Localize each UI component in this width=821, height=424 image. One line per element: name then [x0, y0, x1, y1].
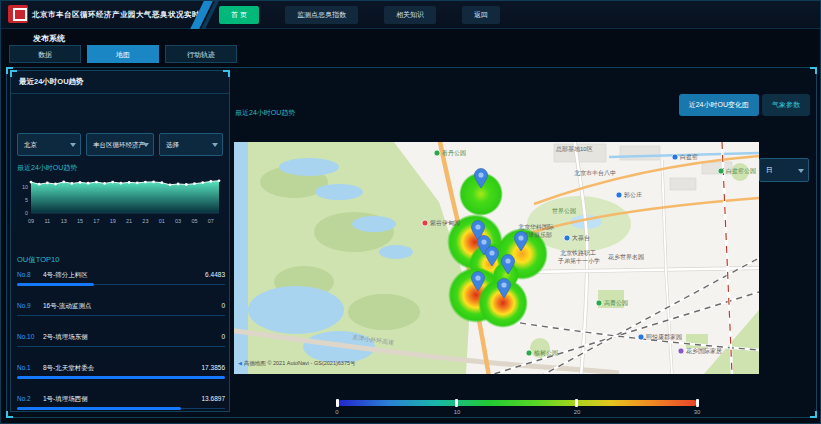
area-fill	[31, 181, 219, 213]
x-tick-label: 17	[93, 218, 99, 224]
rank-label: No.10	[17, 333, 34, 340]
filter-bar: 北京 丰台区循环经济产 选择	[17, 133, 223, 156]
x-tick-label: 05	[191, 218, 197, 224]
side-panel-title: 最近24小时OU趋势	[19, 77, 84, 87]
map-place-label: 看丹公园	[441, 149, 466, 157]
divider	[11, 93, 229, 94]
data-point	[201, 181, 204, 184]
map-place-label: 世界公园	[552, 208, 576, 215]
chevron-down-icon	[798, 169, 804, 173]
city-select-value: 北京	[24, 141, 37, 148]
trend-chart-label: 最近24小时OU趋势	[17, 163, 77, 173]
data-point	[54, 183, 57, 186]
x-tick-label: 19	[110, 218, 116, 224]
data-point	[103, 182, 106, 185]
x-tick-label: 07	[208, 218, 214, 224]
bar-fill	[17, 407, 181, 410]
map-place-label: 郭公庄	[623, 191, 642, 199]
corner-decoration	[10, 70, 17, 77]
main-panel: 最近24小时OU趋势 北京 丰台区循环经济产 选择 最近24小时OU趋势	[6, 67, 817, 418]
x-tick-label: 03	[175, 218, 181, 224]
time-range-select-wrap: 日	[759, 158, 809, 182]
data-point	[218, 179, 221, 182]
nav-item-home[interactable]: 首 页	[219, 6, 259, 24]
rank-label: No.9	[17, 302, 31, 309]
site-name: 1号-填埋场西侧	[43, 395, 88, 404]
ou-value: 0	[221, 333, 225, 340]
x-tick-label: 11	[44, 218, 50, 224]
data-point	[62, 181, 65, 184]
site-name: 16号-流动监测点	[43, 302, 91, 311]
ou-trend-chart: 0510091113151719212301030507	[15, 173, 225, 229]
x-tick-label: 15	[77, 218, 83, 224]
green-poi-icon	[434, 150, 440, 156]
tab-track[interactable]: 行动轨迹	[165, 45, 237, 63]
top10-row[interactable]: No.2 1号-填埋场西侧 13.6897	[17, 389, 225, 420]
data-point	[177, 183, 180, 186]
legend-gradient-bar	[337, 400, 697, 406]
map-place-label: 熙悦康郡家园	[646, 333, 682, 341]
purple-poi-icon	[678, 348, 684, 354]
data-point	[95, 181, 98, 184]
ou-change-map-button[interactable]: 近24小时OU变化图	[679, 94, 759, 116]
map-place-label: 总部基地10区	[555, 145, 593, 153]
top10-row[interactable]: No.10 2号-填埋场东侧 0	[17, 327, 225, 358]
top10-row[interactable]: No.1 8号-北天堂村委会 17.3856	[17, 358, 225, 389]
tab-data[interactable]: 数据	[9, 45, 81, 63]
legend-tick	[696, 399, 699, 407]
corner-decoration	[6, 411, 13, 418]
chevron-down-icon	[143, 143, 149, 147]
data-point	[152, 181, 155, 184]
legend-tick	[336, 399, 339, 407]
map-place-label: 花乡国际家居	[686, 347, 722, 355]
main-nav: 首 页 监测点恶臭指数 相关知识 返回	[219, 1, 500, 29]
chevron-down-icon	[70, 143, 76, 147]
top10-row[interactable]: No.9 16号-流动监测点 0	[17, 296, 225, 327]
x-tick-label: 01	[159, 218, 165, 224]
y-tick-label: 5	[25, 197, 28, 203]
metro-poi-icon	[672, 154, 678, 160]
map-place-label: 子弟第十一小学	[557, 257, 600, 265]
weather-params-button[interactable]: 气象参数	[762, 94, 810, 116]
ou-value: 13.6897	[202, 395, 226, 402]
city-select[interactable]: 北京	[17, 133, 81, 156]
map[interactable]: 总部基地10区看丹公园白盆窑白盆窑公园北京市丰台八中郭公庄世界公园大葆台北京华科…	[234, 142, 759, 374]
nav-item-odor-index[interactable]: 监测点恶臭指数	[285, 6, 358, 24]
bar-fill	[17, 283, 94, 286]
data-point	[193, 182, 196, 185]
map-canvas: 总部基地10区看丹公园白盆窑白盆窑公园北京市丰台八中郭公庄世界公园大葆台北京华科…	[234, 142, 759, 374]
top10-title: OU值TOP10	[17, 255, 59, 265]
nav-item-back[interactable]: 返回	[462, 6, 500, 24]
map-place-label: 花乡世界名园	[608, 254, 644, 261]
green-poi-icon	[526, 350, 532, 356]
metro-poi-icon	[564, 235, 570, 241]
rank-label: No.8	[17, 271, 31, 278]
data-point	[209, 180, 212, 183]
y-tick-label: 0	[25, 210, 28, 216]
rank-label: No.2	[17, 395, 31, 402]
tab-map[interactable]: 地图	[87, 45, 159, 63]
map-place-label: 高青公园	[604, 299, 628, 307]
data-point	[30, 181, 33, 184]
green-poi-icon	[596, 300, 602, 306]
legend-tick	[575, 399, 578, 407]
nav-item-knowledge[interactable]: 相关知识	[384, 6, 436, 24]
park-select[interactable]: 丰台区循环经济产	[86, 133, 154, 156]
time-range-value: 日	[766, 166, 773, 173]
app-title: 北京市丰台区循环经济产业园大气恶臭状况实时	[32, 10, 200, 20]
site-select[interactable]: 选择	[159, 133, 223, 156]
top10-row[interactable]: No.8 4号-筛分上料区 6.4483	[17, 265, 225, 296]
x-tick-label: 09	[28, 218, 34, 224]
time-range-select[interactable]: 日	[759, 158, 809, 182]
bar-track	[17, 346, 225, 347]
map-attribution: 高德地图 © 2021 AutoNavi - GS(2021)6375号	[238, 360, 356, 367]
data-point	[160, 181, 163, 184]
x-tick-label: 21	[126, 218, 132, 224]
data-point	[46, 182, 49, 185]
legend-tick-label: 10	[454, 409, 461, 415]
data-point	[38, 183, 41, 186]
corner-decoration	[810, 67, 817, 74]
blue-poi-icon	[638, 334, 644, 340]
trend-side-panel: 最近24小时OU趋势 北京 丰台区循环经济产 选择 最近24小时OU趋势	[10, 70, 230, 412]
legend-tick	[455, 399, 458, 407]
